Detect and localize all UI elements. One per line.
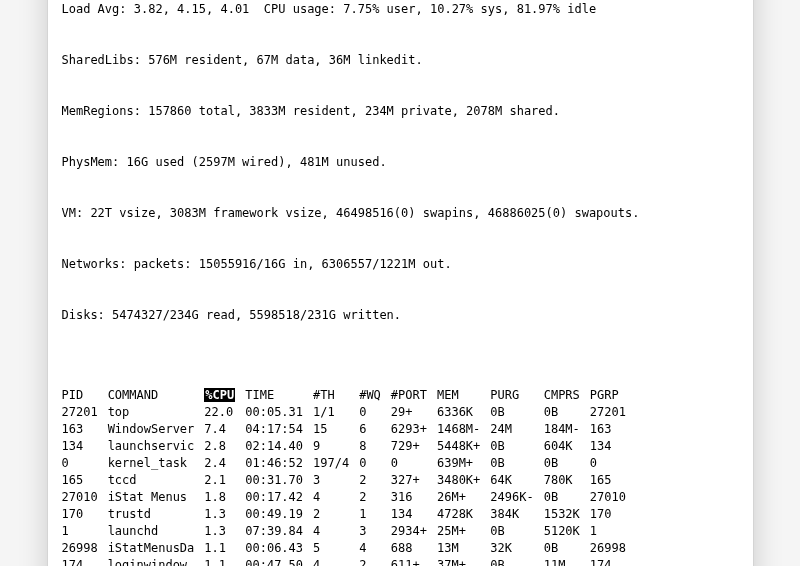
- cell: 1.3: [204, 506, 245, 523]
- summary-vm: VM: 22T vsize, 3083M framework vsize, 46…: [62, 205, 739, 222]
- summary-physmem: PhysMem: 16G used (2597M wired), 481M un…: [62, 154, 739, 171]
- cell: 2934+: [391, 523, 437, 540]
- cell: WindowServer: [108, 421, 205, 438]
- cell: loginwindow: [108, 557, 205, 567]
- cell: 0B: [544, 404, 590, 421]
- cell: 1468M-: [437, 421, 490, 438]
- cell: 0B: [490, 455, 543, 472]
- cell: 6293+: [391, 421, 437, 438]
- summary-disks: Disks: 5474327/234G read, 5598518/231G w…: [62, 307, 739, 324]
- cell: 27010: [62, 489, 108, 506]
- table-row: 26998iStatMenusDa1.100:06.435468813M32K0…: [62, 540, 636, 557]
- cell: 0: [62, 455, 108, 472]
- cell: 25M+: [437, 523, 490, 540]
- col-pgrp: PGRP: [590, 387, 636, 404]
- cell: trustd: [108, 506, 205, 523]
- table-row: 134launchservic2.802:14.4098729+5448K+0B…: [62, 438, 636, 455]
- cell: 1.3: [204, 523, 245, 540]
- cell: 170: [590, 506, 636, 523]
- cell: 02:14.40: [245, 438, 313, 455]
- cell: 1532K: [544, 506, 590, 523]
- cell: 688: [391, 540, 437, 557]
- cell: 26998: [590, 540, 636, 557]
- cell: 197/4: [313, 455, 359, 472]
- col-wq: #WQ: [359, 387, 391, 404]
- cell: 184M-: [544, 421, 590, 438]
- cell: 4728K: [437, 506, 490, 523]
- table-row: 1launchd1.307:39.84432934+25M+0B5120K1: [62, 523, 636, 540]
- cell: 00:06.43: [245, 540, 313, 557]
- cell: 6: [359, 421, 391, 438]
- cell: 0B: [490, 438, 543, 455]
- cell: 134: [590, 438, 636, 455]
- cell: kernel_task: [108, 455, 205, 472]
- cell: 15: [313, 421, 359, 438]
- cell: launchd: [108, 523, 205, 540]
- cell: 2: [359, 472, 391, 489]
- cell: 04:17:54: [245, 421, 313, 438]
- cell: 4: [359, 540, 391, 557]
- cell: 5: [313, 540, 359, 557]
- cell: 316: [391, 489, 437, 506]
- table-row: 165tccd2.100:31.7032327+3480K+64K780K165: [62, 472, 636, 489]
- cell: 0: [359, 455, 391, 472]
- cell: 2: [359, 489, 391, 506]
- cell: 01:46:52: [245, 455, 313, 472]
- table-row: 27201top22.000:05.311/1029+6336K0B0B2720…: [62, 404, 636, 421]
- col-th: #TH: [313, 387, 359, 404]
- cell: 0B: [544, 540, 590, 557]
- cell: 00:17.42: [245, 489, 313, 506]
- cell: iStatMenusDa: [108, 540, 205, 557]
- cell: 26M+: [437, 489, 490, 506]
- cell: 00:31.70: [245, 472, 313, 489]
- table-row: 174loginwindow1.100:47.5042611+37M+0B11M…: [62, 557, 636, 567]
- table-row: 27010iStat Menus1.800:17.424231626M+2496…: [62, 489, 636, 506]
- cell: 327+: [391, 472, 437, 489]
- cell: 174: [62, 557, 108, 567]
- cell: 0B: [490, 557, 543, 567]
- cell: launchservic: [108, 438, 205, 455]
- cell: 13M: [437, 540, 490, 557]
- cell: 165: [62, 472, 108, 489]
- terminal-body[interactable]: Processes: 621 total, 2 running, 619 sle…: [48, 0, 753, 566]
- cell: 29+: [391, 404, 437, 421]
- cell: 134: [391, 506, 437, 523]
- cell: 07:39.84: [245, 523, 313, 540]
- cell: 611+: [391, 557, 437, 567]
- cell: 27201: [62, 404, 108, 421]
- cell: 27201: [590, 404, 636, 421]
- cell: 163: [590, 421, 636, 438]
- cell: 780K: [544, 472, 590, 489]
- cell: 134: [62, 438, 108, 455]
- col-mem: MEM: [437, 387, 490, 404]
- cell: 9: [313, 438, 359, 455]
- cell: 2.1: [204, 472, 245, 489]
- cell: 170: [62, 506, 108, 523]
- cell: 8: [359, 438, 391, 455]
- col-time: TIME: [245, 387, 313, 404]
- cell: 1: [62, 523, 108, 540]
- cell: 639M+: [437, 455, 490, 472]
- cell: 5120K: [544, 523, 590, 540]
- table-header-row: PIDCOMMAND%CPUTIME#TH#WQ#PORTMEMPURGCMPR…: [62, 387, 636, 404]
- cell: 37M+: [437, 557, 490, 567]
- summary-sharedlibs: SharedLibs: 576M resident, 67M data, 36M…: [62, 52, 739, 69]
- cell: 24M: [490, 421, 543, 438]
- cell: 22.0: [204, 404, 245, 421]
- cell: 32K: [490, 540, 543, 557]
- cell: 1.8: [204, 489, 245, 506]
- cell: 26998: [62, 540, 108, 557]
- cell: 6336K: [437, 404, 490, 421]
- summary-load: Load Avg: 3.82, 4.15, 4.01 CPU usage: 7.…: [62, 1, 739, 18]
- col-purg: PURG: [490, 387, 543, 404]
- cell: iStat Menus: [108, 489, 205, 506]
- cell: 0: [391, 455, 437, 472]
- cell: 5448K+: [437, 438, 490, 455]
- table-row: 0kernel_task2.401:46:52197/400639M+0B0B0: [62, 455, 636, 472]
- cell: 00:47.50: [245, 557, 313, 567]
- cell: 1.1: [204, 557, 245, 567]
- cell: 1: [359, 506, 391, 523]
- table-row: 163WindowServer7.404:17:541566293+1468M-…: [62, 421, 636, 438]
- cell: 2: [313, 506, 359, 523]
- summary-networks: Networks: packets: 15055916/16G in, 6306…: [62, 256, 739, 273]
